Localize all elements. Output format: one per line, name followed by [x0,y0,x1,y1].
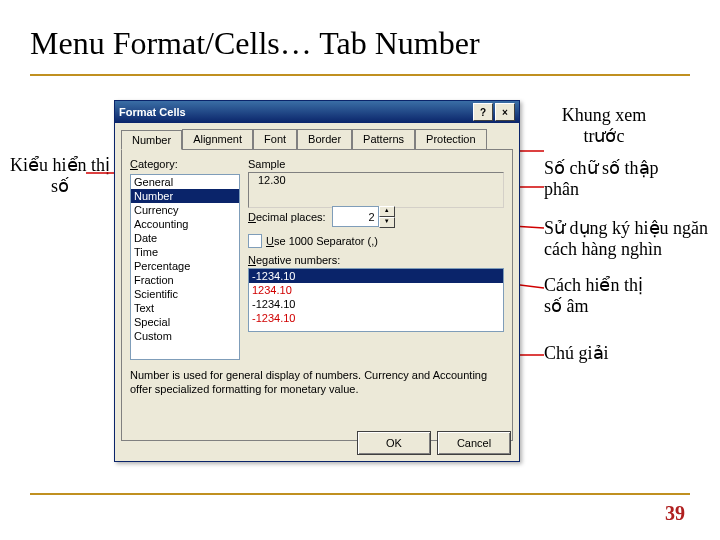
decimal-input[interactable] [332,206,379,227]
list-item[interactable]: Text [131,301,239,315]
description-text: Number is used for general display of nu… [130,368,504,397]
category-label: Category: [130,158,178,170]
close-button[interactable]: × [495,103,515,121]
spin-up-icon[interactable]: ▲ [379,206,395,217]
list-item[interactable]: Time [131,245,239,259]
ok-button[interactable]: OK [357,431,431,455]
list-item[interactable]: Scientific [131,287,239,301]
decimal-label: Decimal places: [248,211,326,223]
list-item[interactable]: Number [131,189,239,203]
tab-font[interactable]: Font [253,129,297,149]
list-item[interactable]: Currency [131,203,239,217]
dialog-title: Format Cells [119,106,186,118]
slide-title: Menu Format/Cells… Tab Number [30,25,690,62]
top-rule [30,74,690,76]
separator-label: Use 1000 Separator (,) [266,235,378,247]
sample-group: Sample 12.30 [248,158,504,208]
annotation-sample: Khung xem trước [544,105,664,146]
help-button[interactable]: ? [473,103,493,121]
tab-panel: Category: General Number Currency Accoun… [121,149,513,441]
tab-patterns[interactable]: Patterns [352,129,415,149]
negative-list[interactable]: -1234.10 1234.10 -1234.10 -1234.10 [248,268,504,332]
tab-number[interactable]: Number [121,130,182,150]
list-item[interactable]: Date [131,231,239,245]
list-item[interactable]: Custom [131,329,239,343]
annotation-negative: Cách hiển thị số âm [544,275,664,316]
page-number: 39 [665,502,685,525]
list-item[interactable]: Accounting [131,217,239,231]
spin-down-icon[interactable]: ▼ [379,217,395,228]
category-list[interactable]: General Number Currency Accounting Date … [130,174,240,360]
bottom-rule [30,493,690,495]
annotation-desc: Chú giải [544,343,664,364]
list-item[interactable]: Special [131,315,239,329]
list-item[interactable]: 1234.10 [249,283,503,297]
list-item[interactable]: Percentage [131,259,239,273]
decimal-spinner[interactable]: ▲▼ [332,206,395,228]
list-item[interactable]: General [131,175,239,189]
negative-label: Negative numbers: [248,254,340,266]
cancel-button[interactable]: Cancel [437,431,511,455]
tab-alignment[interactable]: Alignment [182,129,253,149]
list-item[interactable]: Fraction [131,273,239,287]
tab-protection[interactable]: Protection [415,129,487,149]
dialog-titlebar[interactable]: Format Cells ? × [115,101,519,123]
list-item[interactable]: -1234.10 [249,311,503,325]
annotation-decimal: Số chữ số thập phân [544,158,664,199]
sample-label: Sample [248,158,504,170]
annotation-separator: Sử dụng ký hiệu ngăn cách hàng nghìn [544,218,714,259]
checkbox-icon[interactable] [248,234,262,248]
list-item[interactable]: -1234.10 [249,269,503,283]
list-item[interactable]: -1234.10 [249,297,503,311]
tab-strip: Number Alignment Font Border Patterns Pr… [115,123,519,149]
annotation-category: Kiểu hiển thị số [10,155,110,196]
separator-checkbox[interactable]: Use 1000 Separator (,) [248,234,378,248]
format-cells-dialog: Format Cells ? × Number Alignment Font B… [114,100,520,462]
sample-value: 12.30 [258,174,286,186]
tab-border[interactable]: Border [297,129,352,149]
